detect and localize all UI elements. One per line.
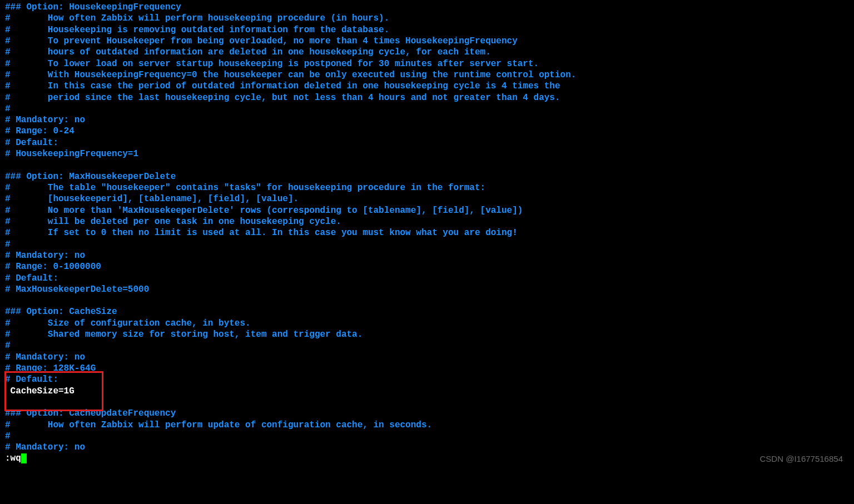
config-line: # How often Zabbix will perform update o…: [5, 420, 849, 431]
terminal-cursor: [21, 453, 27, 463]
config-line: # MaxHousekeeperDelete=5000: [5, 284, 849, 295]
config-line: [5, 295, 849, 306]
config-line: # To prevent Housekeeper from being over…: [5, 36, 849, 47]
config-line: ### Option: HousekeepingFrequency: [5, 2, 849, 13]
config-line: ### Option: CacheSize: [5, 306, 849, 317]
config-line: # Default:: [5, 374, 849, 385]
config-line: #: [5, 340, 849, 351]
config-line: # Mandatory: no: [5, 442, 849, 453]
config-line: # How often Zabbix will perform housekee…: [5, 13, 849, 24]
config-line: ### Option: MaxHousekeeperDelete: [5, 171, 849, 182]
config-line: # Default:: [5, 273, 849, 284]
config-line: # In this case the period of outdated in…: [5, 81, 849, 92]
config-line: #: [5, 431, 849, 442]
config-line: # To lower load on server startup housek…: [5, 58, 849, 69]
config-line: # Housekeeping is removing outdated info…: [5, 24, 849, 36]
config-line: #: [5, 239, 849, 250]
config-line: ### Option: CacheUpdateFrequency: [5, 408, 849, 419]
config-line: # Range: 128K-64G: [5, 363, 849, 374]
config-line: # The table "housekeeper" contains "task…: [5, 182, 849, 193]
config-line: # Default:: [5, 137, 849, 148]
config-line: # If set to 0 then no limit is used at a…: [5, 227, 849, 238]
config-line: # Size of configuration cache, in bytes.: [5, 318, 849, 329]
config-line: # Range: 0-24: [5, 126, 849, 137]
config-line: # Mandatory: no: [5, 114, 849, 126]
config-line: CacheSize=1G: [5, 386, 849, 397]
vim-command-text: :wq: [5, 453, 21, 464]
config-line: [5, 159, 849, 171]
csdn-watermark: CSDN @I1677516854: [760, 453, 843, 464]
config-line: # hours of outdated information are dele…: [5, 47, 849, 58]
config-line: # Shared memory size for storing host, i…: [5, 329, 849, 340]
terminal-editor-content[interactable]: ### Option: HousekeepingFrequency# How o…: [5, 2, 849, 453]
config-line: # [housekeeperid], [tablename], [field],…: [5, 193, 849, 204]
config-line: # No more than 'MaxHousekeeperDelete' ro…: [5, 205, 849, 216]
vim-command-line[interactable]: :wq: [5, 453, 27, 464]
config-line: # Mandatory: no: [5, 352, 849, 363]
config-line: # period since the last housekeeping cyc…: [5, 92, 849, 103]
config-line: # HousekeepingFrequency=1: [5, 148, 849, 159]
config-line: # Range: 0-1000000: [5, 261, 849, 272]
config-line: # With HousekeepingFrequency=0 the house…: [5, 69, 849, 81]
config-line: # will be deleted per one task in one ho…: [5, 216, 849, 227]
config-line: # Mandatory: no: [5, 250, 849, 261]
config-line: #: [5, 103, 849, 114]
config-line: [5, 397, 849, 408]
